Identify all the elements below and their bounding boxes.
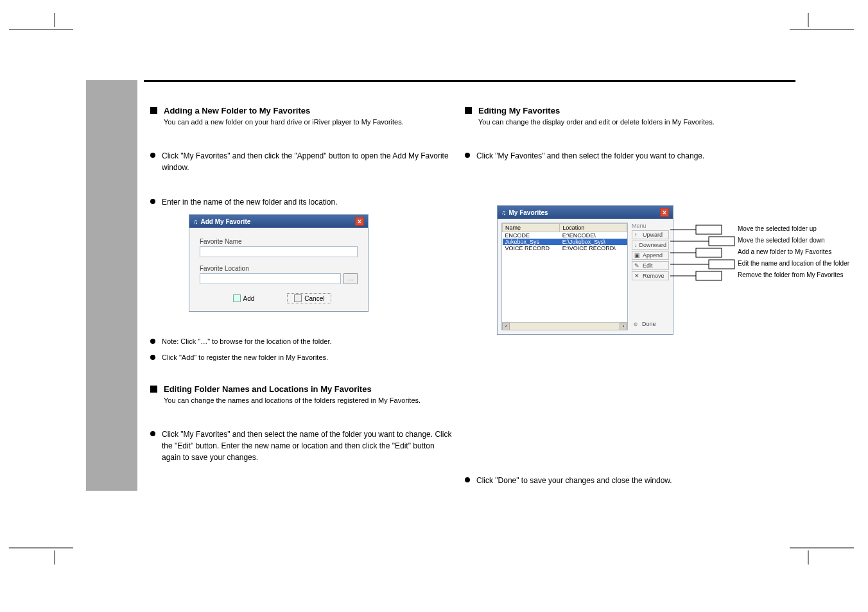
svg-rect-5 bbox=[696, 225, 722, 234]
callout-remove: Remove the folder from My Favorites bbox=[738, 269, 866, 281]
bullet-2: Enter in the name of the new folder and … bbox=[150, 196, 452, 208]
dialog-titlebar: ♫My Favorites × bbox=[498, 206, 673, 219]
svg-rect-7 bbox=[696, 248, 722, 257]
svg-rect-8 bbox=[709, 260, 734, 269]
scroll-left-icon[interactable]: ‹ bbox=[502, 323, 510, 330]
bullet-icon bbox=[150, 199, 155, 204]
favorite-location-input[interactable] bbox=[200, 273, 341, 284]
done-icon: ⎋ bbox=[634, 321, 640, 327]
svg-rect-9 bbox=[696, 271, 722, 280]
dialog-title: Add My Favorite bbox=[201, 218, 251, 225]
add-icon bbox=[233, 294, 241, 302]
heading-subtext: You can change the names and locations o… bbox=[164, 396, 421, 404]
bullet-icon bbox=[150, 355, 155, 360]
square-bullet-icon bbox=[465, 107, 472, 114]
horizontal-scrollbar[interactable]: ‹ › bbox=[502, 322, 627, 330]
arrow-down-icon: ↓ bbox=[634, 242, 638, 248]
bullet-text: Click "My Favorites" and then select the… bbox=[162, 429, 452, 463]
right-bullet-1: Click "My Favorites" and then select the… bbox=[465, 150, 767, 162]
callout-upward: Move the selected folder up bbox=[738, 223, 866, 235]
close-icon[interactable]: × bbox=[355, 217, 364, 226]
bullet-icon bbox=[150, 431, 155, 436]
remove-icon: ✕ bbox=[634, 273, 641, 279]
left-sidebar-block bbox=[86, 80, 137, 491]
top-horizontal-rule bbox=[144, 80, 795, 82]
add-button-label: Add bbox=[243, 295, 255, 302]
downward-button[interactable]: ↓Downward bbox=[632, 241, 669, 250]
bullet-text: Enter in the name of the new folder and … bbox=[162, 196, 338, 208]
my-favorites-dialog: ♫My Favorites × Name Location ENCODE E: bbox=[497, 205, 673, 335]
add-button[interactable]: Add bbox=[226, 293, 262, 303]
bullet-icon bbox=[150, 339, 155, 344]
heading-text: Editing My Favorites bbox=[478, 106, 715, 115]
remove-button[interactable]: ✕Remove bbox=[632, 271, 669, 280]
table-row[interactable]: Jukebox_Sys E:\Jukebox_Sys\ bbox=[503, 239, 627, 245]
heading-subtext: You can change the display order and edi… bbox=[478, 118, 715, 126]
heading-subtext: You can add a new folder on your hard dr… bbox=[164, 118, 404, 126]
favorite-location-label: Favorite Location bbox=[200, 265, 358, 272]
upward-button[interactable]: ↑Upward bbox=[632, 230, 669, 239]
cancel-icon bbox=[294, 294, 302, 302]
square-bullet-icon bbox=[150, 386, 157, 393]
note-2: Click "Add" to register the new folder i… bbox=[150, 352, 452, 363]
dialog-titlebar: ♫Add My Favorite × bbox=[189, 215, 368, 228]
table-row[interactable]: VOICE RECORD E:\VOICE RECORD\ bbox=[503, 245, 627, 251]
note-text: Note: Click "…" to browse for the locati… bbox=[162, 336, 332, 347]
note-text: Click "Add" to register the new folder i… bbox=[162, 352, 328, 363]
callout-edit: Edit the name and location of the folder bbox=[738, 258, 866, 269]
music-note-icon: ♫ bbox=[193, 218, 198, 225]
music-note-icon: ♫ bbox=[501, 209, 507, 216]
callout-downward: Move the selected folder down bbox=[738, 235, 866, 246]
heading-text: Adding a New Folder to My Favorites bbox=[164, 106, 404, 115]
favorites-list[interactable]: Name Location ENCODE E:\ENCODE\ Jukebox_… bbox=[501, 223, 628, 330]
close-icon[interactable]: × bbox=[660, 208, 669, 217]
bullet-text: Click "My Favorites" and then select the… bbox=[476, 150, 704, 162]
bullet-1: Click "My Favorites" and then click the … bbox=[150, 150, 452, 173]
favorite-name-input[interactable] bbox=[200, 246, 358, 257]
bullet-icon bbox=[465, 153, 470, 158]
edit-icon: ✎ bbox=[634, 262, 641, 269]
favorite-name-label: Favorite Name bbox=[200, 238, 358, 245]
cancel-button[interactable]: Cancel bbox=[287, 293, 331, 303]
add-favorite-dialog: ♫Add My Favorite × Favorite Name Favorit… bbox=[189, 214, 369, 312]
done-button[interactable]: ⎋Done bbox=[632, 320, 669, 328]
bullet-3: Click "My Favorites" and then select the… bbox=[150, 429, 452, 463]
edit-button[interactable]: ✎Edit bbox=[632, 261, 669, 270]
arrow-up-icon: ↑ bbox=[634, 232, 641, 238]
bullet-text: Click "Done" to save your changes and cl… bbox=[476, 475, 672, 486]
append-icon: ▣ bbox=[634, 252, 641, 259]
note-1: Note: Click "…" to browse for the locati… bbox=[150, 336, 452, 347]
callout-append: Add a new folder to My Favorites bbox=[738, 246, 866, 258]
square-bullet-icon bbox=[150, 107, 157, 114]
bullet-icon bbox=[465, 477, 470, 482]
bullet-text: Click "My Favorites" and then click the … bbox=[162, 150, 452, 173]
column-header-location[interactable]: Location bbox=[560, 224, 627, 232]
heading-edit-folder: Editing Folder Names and Locations in My… bbox=[150, 384, 452, 404]
table-row[interactable]: ENCODE E:\ENCODE\ bbox=[503, 232, 627, 239]
menu-label: Menu bbox=[632, 223, 669, 229]
dialog-title: My Favorites bbox=[509, 209, 548, 216]
right-bullet-2: Click "Done" to save your changes and cl… bbox=[465, 475, 767, 486]
append-button[interactable]: ▣Append bbox=[632, 251, 669, 260]
svg-rect-6 bbox=[709, 237, 734, 246]
bullet-icon bbox=[150, 153, 155, 158]
browse-button[interactable]: ... bbox=[343, 273, 358, 284]
heading-text: Editing Folder Names and Locations in My… bbox=[164, 384, 421, 394]
cancel-button-label: Cancel bbox=[304, 295, 324, 302]
heading-editing-favorites: Editing My Favorites You can change the … bbox=[465, 106, 767, 126]
heading-add-folder: Adding a New Folder to My Favorites You … bbox=[150, 106, 452, 126]
column-header-name[interactable]: Name bbox=[503, 224, 560, 232]
scroll-right-icon[interactable]: › bbox=[620, 323, 627, 330]
